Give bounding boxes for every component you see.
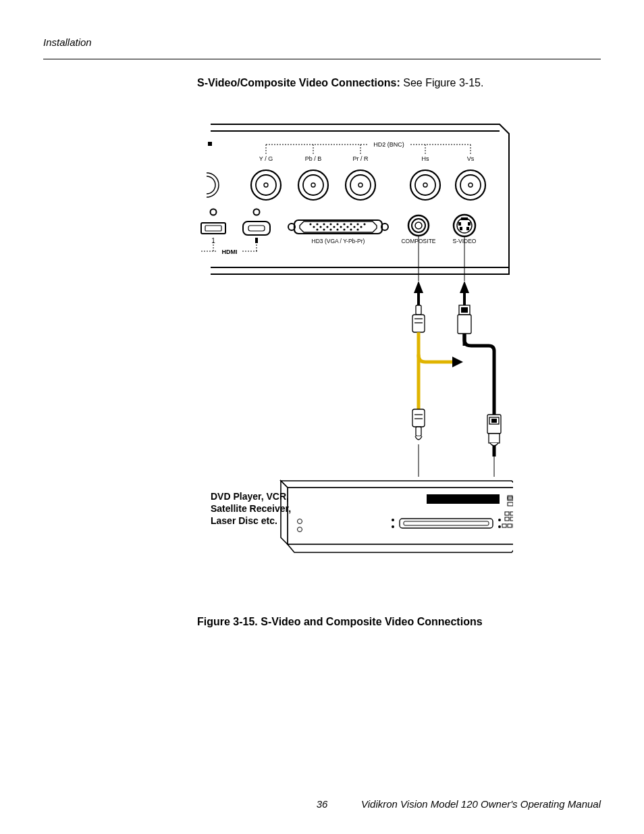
- footer-manual-title: Vidikron Vision Model 120 Owner's Operat…: [361, 798, 601, 810]
- bnc-connector-4: [456, 170, 485, 200]
- svideo-plug-top: [458, 305, 471, 334]
- svg-point-45: [326, 226, 328, 228]
- composite-plug-bottom: [412, 409, 425, 440]
- svg-point-47: [340, 226, 342, 228]
- svg-point-91: [498, 519, 501, 521]
- svg-point-11: [264, 183, 268, 187]
- composite-cable: [419, 332, 452, 362]
- svg-point-53: [329, 228, 331, 230]
- svg-point-34: [309, 223, 311, 225]
- svg-point-37: [329, 223, 331, 225]
- svg-rect-66: [458, 222, 461, 226]
- screw-hole-2: [254, 209, 260, 215]
- hd2-group-label: [266, 145, 471, 154]
- svg-rect-65: [466, 227, 469, 230]
- svg-point-49: [353, 226, 355, 228]
- svg-point-14: [311, 183, 315, 187]
- hdmi-2-mark: [255, 238, 258, 243]
- svg-point-51: [316, 228, 318, 230]
- svg-point-44: [319, 226, 321, 228]
- intro-paragraph: S-Video/Composite Video Connections: See…: [197, 77, 601, 89]
- svg-point-38: [336, 223, 338, 225]
- hdmi-1-mark: 1: [211, 237, 215, 244]
- svg-point-16: [350, 175, 371, 195]
- source-device: [281, 481, 513, 552]
- header-rule: [43, 59, 601, 59]
- bnc-label-2: Pr / R: [352, 155, 369, 162]
- svg-rect-25: [205, 226, 221, 231]
- svg-point-35: [316, 223, 318, 225]
- svg-point-39: [343, 223, 345, 225]
- composite-port: [408, 215, 429, 236]
- svg-point-43: [313, 226, 315, 228]
- svideo-plug-bottom: [487, 415, 501, 446]
- svg-point-20: [423, 183, 427, 187]
- vga-port: [288, 220, 388, 234]
- svg-rect-78: [416, 427, 421, 436]
- hdmi-port-1: [201, 223, 225, 234]
- intro-rest: See Figure 3-15.: [403, 77, 483, 88]
- bnc-label-3: Hs: [422, 155, 429, 162]
- svg-rect-26: [243, 221, 270, 235]
- bnc-label-1: Pb / B: [305, 155, 322, 162]
- svg-rect-63: [461, 217, 468, 220]
- svg-point-22: [460, 175, 481, 195]
- edge-connector: [207, 173, 219, 197]
- page-number: 36: [317, 798, 328, 810]
- svg-rect-27: [248, 226, 265, 231]
- svg-rect-73: [461, 307, 468, 313]
- svg-point-48: [346, 226, 348, 228]
- hd2-label: HD2 (BNC): [373, 141, 404, 148]
- panel-dot: [208, 142, 212, 146]
- composite-plug-top: [412, 305, 425, 332]
- svg-point-42: [363, 223, 365, 225]
- svg-point-57: [356, 228, 358, 230]
- svg-rect-69: [412, 315, 425, 332]
- bnc-connector-3: [410, 170, 440, 200]
- svg-point-10: [256, 175, 276, 195]
- svg-point-54: [336, 228, 338, 230]
- svg-rect-68: [416, 305, 421, 315]
- svideo-port: [454, 215, 475, 236]
- svg-point-19: [415, 175, 435, 195]
- svg-point-13: [303, 175, 323, 195]
- bnc-connector-2: [346, 170, 375, 200]
- svg-point-41: [356, 223, 358, 225]
- svg-point-36: [323, 223, 325, 225]
- svg-point-50: [360, 226, 362, 228]
- svg-point-55: [343, 228, 345, 230]
- svg-point-89: [392, 519, 394, 521]
- hdmi-label: HDMI: [222, 249, 238, 255]
- svg-point-40: [350, 223, 352, 225]
- svg-rect-24: [201, 223, 225, 234]
- figure-3-15: HD2 (BNC) Y / GPb / BPr / RHsVs: [197, 119, 513, 598]
- svg-rect-64: [460, 227, 462, 230]
- hdmi-port-2: [243, 221, 270, 235]
- svg-point-17: [358, 183, 363, 187]
- svg-rect-82: [489, 434, 500, 443]
- bnc-label-0: Y / G: [259, 155, 273, 162]
- svg-point-46: [333, 226, 335, 228]
- intro-lead: S-Video/Composite Video Connections:: [197, 77, 403, 88]
- svg-point-59: [412, 219, 425, 232]
- svg-point-23: [468, 183, 473, 187]
- bnc-connector-0: [251, 170, 281, 200]
- bnc-connector-1: [298, 170, 328, 200]
- svg-point-90: [392, 525, 394, 528]
- svg-rect-74: [458, 315, 471, 334]
- hd3-label: HD3 (VGA / Y-Pb-Pr): [312, 238, 365, 244]
- svg-rect-81: [491, 419, 497, 423]
- bnc-label-4: Vs: [467, 155, 475, 162]
- figure-caption: Figure 3-15. S-Video and Composite Video…: [197, 616, 601, 628]
- svg-rect-67: [468, 222, 471, 226]
- bnc-labels: Y / GPb / BPr / RHsVs: [259, 155, 475, 162]
- svg-rect-75: [412, 409, 425, 427]
- page-footer: 36 Vidikron Vision Model 120 Owner's Ope…: [43, 798, 601, 810]
- arrow-up-composite: [414, 281, 423, 293]
- composite-arrow-right: [452, 357, 463, 367]
- screw-hole-1: [211, 209, 217, 215]
- svg-point-92: [498, 525, 501, 528]
- svg-rect-84: [427, 494, 500, 504]
- running-head: Installation: [43, 36, 601, 48]
- bnc-connector-row: [251, 170, 485, 200]
